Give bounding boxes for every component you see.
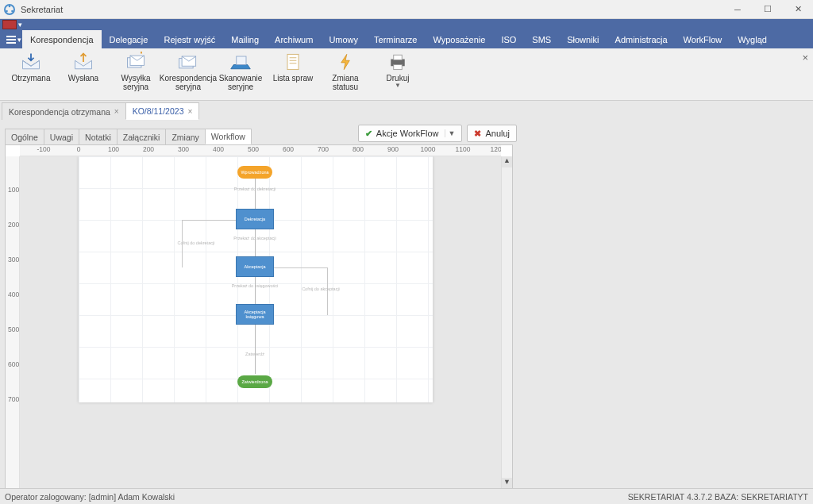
qat-app-button[interactable] bbox=[2, 20, 17, 29]
edge-label: Przekaż do akceptacji bbox=[233, 236, 276, 240]
svg-rect-18 bbox=[394, 65, 403, 70]
ruler-horizontal: -100 0 100 200 300 400 500 600 700 800 9… bbox=[20, 145, 501, 156]
ribbon-tab-administracja[interactable]: Administracja bbox=[607, 30, 676, 48]
cmd-korespondencja-seryjna[interactable]: Korespondencja seryjna bbox=[162, 50, 214, 91]
cmd-lista-spraw[interactable]: Lista spraw bbox=[267, 50, 319, 83]
ribbon-file-button[interactable]: ▾ bbox=[5, 30, 22, 48]
edge-label: Przekaż do dekretacji bbox=[234, 187, 276, 191]
ribbon-tab-sms[interactable]: SMS bbox=[524, 30, 559, 48]
status-bolt-icon bbox=[334, 52, 356, 72]
scrollbar-vertical[interactable]: ▲ ▼ bbox=[501, 156, 512, 489]
detail-tab-label: Zmiany bbox=[171, 133, 198, 142]
doc-tab-close-icon[interactable]: × bbox=[187, 107, 192, 116]
edge-label: Zatwierdź bbox=[245, 352, 264, 356]
doc-tab-close-icon[interactable]: × bbox=[114, 107, 119, 116]
ribbon-tab-delegacje[interactable]: Delegacje bbox=[102, 30, 156, 48]
ribbon-tab-korespondencja[interactable]: Korespondencja bbox=[22, 30, 102, 48]
detail-tab-ogolne[interactable]: Ogólne bbox=[5, 129, 44, 144]
scroll-down-icon[interactable]: ▼ bbox=[502, 478, 512, 489]
cmd-wysylka-seryjna[interactable]: Wysyłka seryjna bbox=[110, 50, 162, 91]
detail-tab-zalaczniki[interactable]: Załączniki bbox=[117, 129, 167, 144]
detail-tab-label: Workflow bbox=[211, 132, 245, 141]
ribbon-tab-wyglad[interactable]: Wygląd bbox=[730, 30, 775, 48]
ribbon-body: Otrzymana Wysłana Wysyłka seryjna Koresp… bbox=[0, 48, 813, 101]
maximize-button[interactable]: ☐ bbox=[753, 0, 783, 19]
ribbon-tab-archiwum[interactable]: Archiwum bbox=[267, 30, 321, 48]
cmd-wyslana[interactable]: Wysłana bbox=[57, 50, 110, 83]
workflow-node-start[interactable]: Wprowadzona bbox=[237, 166, 272, 179]
edge-label: Cofnij do akceptacji bbox=[302, 287, 340, 291]
doc-tab-ko-8-11-2023[interactable]: KO/8/11/2023 × bbox=[125, 102, 200, 120]
detail-tab-uwagi[interactable]: Uwagi bbox=[44, 129, 79, 144]
cancel-button[interactable]: ✖ Anuluj bbox=[467, 125, 517, 142]
detail-tab-workflow[interactable]: Workflow bbox=[205, 129, 252, 144]
ribbon-tab-label: Wyposażenie bbox=[433, 35, 485, 44]
document-tab-strip: Korespondencja otrzymana × KO/8/11/2023 … bbox=[0, 101, 813, 120]
ribbon-tab-label: ISO bbox=[501, 35, 516, 44]
cmd-zmiana-statusu[interactable]: Zmiana statusu bbox=[319, 50, 372, 91]
detail-tab-label: Ogólne bbox=[11, 133, 38, 142]
workflow-node-dekretacja[interactable]: Dekretacja bbox=[236, 209, 274, 229]
connector bbox=[255, 325, 256, 374]
ribbon-tab-label: Mailing bbox=[231, 35, 259, 44]
minimize-button[interactable]: ─ bbox=[722, 0, 753, 19]
detail-tab-notatki[interactable]: Notatki bbox=[79, 129, 118, 144]
ribbon-tab-slowniki[interactable]: Słowniki bbox=[559, 30, 607, 48]
cmd-otrzymana[interactable]: Otrzymana bbox=[5, 50, 57, 83]
workflow-canvas[interactable]: Wprowadzona Przekaż do dekretacji Dekret… bbox=[20, 156, 501, 489]
ruler-tick: 0 bbox=[77, 145, 81, 153]
cmd-label: Korespondencja seryjna bbox=[160, 74, 217, 91]
ribbon-tab-label: Terminarze bbox=[374, 35, 417, 44]
ribbon-tab-mailing[interactable]: Mailing bbox=[223, 30, 267, 48]
edge-label: Cofnij do dekretacji bbox=[178, 240, 215, 245]
connector bbox=[255, 179, 256, 209]
workflow-actions-button[interactable]: ✔ Akcje WorkFlow ▼ bbox=[358, 125, 463, 142]
detail-tab-strip: Ogólne Uwagi Notatki Załączniki Zmiany W… bbox=[5, 129, 251, 144]
cmd-drukuj[interactable]: Drukuj ▼ bbox=[372, 50, 424, 90]
ribbon-tab-iso[interactable]: ISO bbox=[493, 30, 524, 48]
ribbon-tabs: ▾ Korespondencja Delegacje Rejestr wyjść… bbox=[0, 30, 813, 48]
svg-point-2 bbox=[6, 10, 8, 12]
node-label: Wprowadzona bbox=[241, 170, 268, 175]
svg-rect-11 bbox=[237, 56, 246, 65]
doc-tab-otrzymana[interactable]: Korespondencja otrzymana × bbox=[2, 102, 126, 120]
ribbon-tab-label: Rejestr wyjść bbox=[164, 35, 215, 44]
cmd-label: Wysłana bbox=[68, 74, 98, 83]
cmd-label: Wysyłka seryjna bbox=[110, 74, 162, 91]
ribbon-tab-workflow[interactable]: WorkFlow bbox=[676, 30, 730, 48]
close-button[interactable]: ✕ bbox=[783, 0, 813, 19]
node-label: Akceptacja księgowa bbox=[237, 310, 273, 319]
workflow-node-akceptacja-ksiegowa[interactable]: Akceptacja księgowa bbox=[236, 304, 274, 325]
ruler-tick: 200 bbox=[8, 221, 19, 229]
ruler-tick: 100 bbox=[8, 186, 19, 194]
ribbon-tab-label: Archiwum bbox=[275, 35, 313, 44]
workflow-canvas-frame: -100 0 100 200 300 400 500 600 700 800 9… bbox=[5, 144, 513, 501]
ribbon-tab-umowy[interactable]: Umowy bbox=[321, 30, 366, 48]
ribbon-tab-wyposazenie[interactable]: Wyposażenie bbox=[425, 30, 493, 48]
ribbon-tab-label: Słowniki bbox=[567, 35, 599, 44]
status-bar: Operator zalogowany: [admin] Adam Kowals… bbox=[0, 488, 813, 504]
workflow-node-akceptacja[interactable]: Akceptacja bbox=[236, 256, 274, 277]
ribbon-tab-label: WorkFlow bbox=[684, 35, 722, 44]
workflow-actions-label: Akcje WorkFlow bbox=[376, 129, 439, 138]
scroll-up-icon[interactable]: ▲ bbox=[502, 156, 512, 167]
qat-dropdown-icon[interactable]: ▾ bbox=[18, 21, 22, 29]
connector bbox=[255, 229, 256, 256]
svg-rect-6 bbox=[6, 42, 16, 44]
cmd-dropdown-icon: ▼ bbox=[395, 83, 401, 90]
ruler-tick: 600 bbox=[8, 360, 19, 368]
ruler-tick: 500 bbox=[248, 145, 259, 153]
ruler-tick: 700 bbox=[318, 145, 329, 153]
ribbon-tab-rejestr-wyjsc[interactable]: Rejestr wyjść bbox=[156, 30, 223, 48]
cmd-skanowanie-seryjne[interactable]: Skanowanie seryjne bbox=[214, 50, 267, 91]
dropdown-icon[interactable]: ▼ bbox=[445, 129, 456, 137]
workflow-node-end[interactable]: Zatwierdzona bbox=[237, 375, 272, 388]
doc-tab-label: KO/8/11/2023 bbox=[133, 106, 184, 116]
ribbon-tab-terminarze[interactable]: Terminarze bbox=[366, 30, 425, 48]
detail-tab-zmiany[interactable]: Zmiany bbox=[165, 129, 205, 144]
ribbon-collapse-button[interactable]: × bbox=[802, 52, 808, 63]
ruler-tick: 300 bbox=[178, 145, 189, 153]
ribbon-tab-label: Administracja bbox=[615, 35, 668, 44]
ribbon-tab-label: Wygląd bbox=[738, 35, 767, 44]
ruler-tick: 1100 bbox=[456, 145, 471, 153]
